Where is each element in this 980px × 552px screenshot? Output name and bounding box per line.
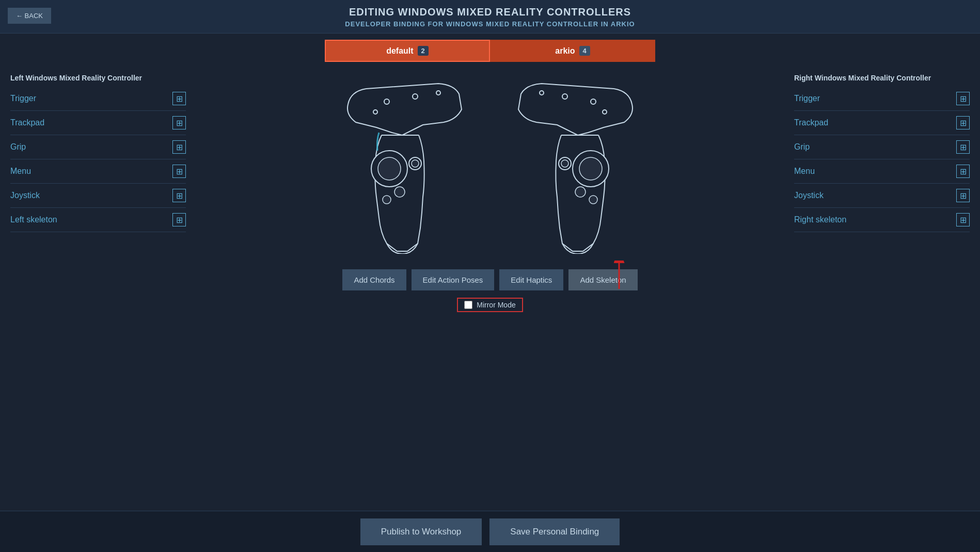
- tab-bar: default 2 arkio 4: [0, 34, 980, 68]
- right-panel-title: Right Windows Mixed Reality Controller: [794, 73, 970, 83]
- left-control-add-button[interactable]: ⊞: [172, 213, 186, 226]
- svg-point-7: [412, 160, 419, 167]
- svg-point-1: [413, 94, 418, 99]
- svg-point-17: [561, 160, 568, 167]
- right-control-label[interactable]: Trigger: [794, 94, 820, 103]
- right-control-row: Right skeleton⊞: [794, 208, 970, 232]
- left-control-label[interactable]: Trackpad: [10, 118, 44, 127]
- tab-arkio-badge: 4: [579, 46, 590, 56]
- edit-action-poses-button[interactable]: Edit Action Poses: [412, 269, 495, 290]
- right-control-row: Menu⊞: [794, 159, 970, 184]
- header: EDITING WINDOWS MIXED REALITY CONTROLLER…: [0, 0, 980, 34]
- left-control-row: Trigger⊞: [10, 87, 186, 111]
- mirror-mode-checkbox[interactable]: [464, 301, 472, 309]
- left-control-add-button[interactable]: ⊞: [172, 165, 186, 178]
- right-panel: Right Windows Mixed Reality Controller T…: [784, 68, 980, 496]
- left-control-label[interactable]: Trigger: [10, 94, 36, 103]
- right-control-row: Trackpad⊞: [794, 111, 970, 135]
- left-controls-list: Trigger⊞Trackpad⊞Grip⊞Menu⊞Joystick⊞Left…: [10, 87, 186, 232]
- left-control-row: Joystick⊞: [10, 184, 186, 208]
- svg-point-8: [394, 187, 405, 197]
- left-panel-title: Left Windows Mixed Reality Controller: [10, 73, 186, 83]
- left-controller-svg: [335, 78, 469, 254]
- right-control-label[interactable]: Joystick: [794, 191, 824, 200]
- svg-point-11: [562, 94, 567, 99]
- add-skeleton-button[interactable]: Add Skeleton: [568, 269, 637, 290]
- svg-point-12: [540, 91, 544, 95]
- svg-point-2: [436, 91, 440, 95]
- right-control-add-button[interactable]: ⊞: [956, 140, 970, 154]
- save-personal-binding-button[interactable]: Save Personal Binding: [489, 518, 620, 545]
- back-button[interactable]: ← BACK: [8, 8, 51, 24]
- page-subtitle: DEVELOPER BINDING FOR WINDOWS MIXED REAL…: [0, 20, 980, 28]
- tab-arkio[interactable]: arkio 4: [490, 40, 655, 62]
- left-control-label[interactable]: Menu: [10, 167, 31, 176]
- svg-point-3: [373, 110, 377, 114]
- left-control-row: Left skeleton⊞: [10, 208, 186, 232]
- right-control-label[interactable]: Right skeleton: [794, 215, 846, 224]
- tab-arkio-label: arkio: [555, 46, 575, 56]
- left-control-label[interactable]: Grip: [10, 142, 26, 152]
- svg-point-10: [591, 99, 596, 104]
- right-control-label[interactable]: Trackpad: [794, 118, 828, 127]
- right-control-add-button[interactable]: ⊞: [956, 189, 970, 202]
- controllers-row: [335, 78, 645, 254]
- tab-default-badge: 2: [418, 46, 429, 56]
- left-control-label[interactable]: Left skeleton: [10, 215, 57, 224]
- svg-point-9: [383, 196, 391, 204]
- edit-haptics-button[interactable]: Edit Haptics: [499, 269, 563, 290]
- svg-point-13: [603, 110, 607, 114]
- svg-point-19: [589, 196, 597, 204]
- left-control-add-button[interactable]: ⊞: [172, 116, 186, 129]
- left-control-add-button[interactable]: ⊞: [172, 189, 186, 202]
- left-control-label[interactable]: Joystick: [10, 191, 40, 200]
- main-content: Left Windows Mixed Reality Controller Tr…: [0, 68, 980, 496]
- mirror-mode-row: Mirror Mode: [457, 298, 523, 312]
- tab-default-label: default: [386, 46, 413, 56]
- right-control-row: Joystick⊞: [794, 184, 970, 208]
- add-chords-button[interactable]: Add Chords: [342, 269, 406, 290]
- mirror-mode-label: Mirror Mode: [477, 301, 515, 309]
- svg-point-15: [579, 157, 602, 180]
- left-control-row: Menu⊞: [10, 159, 186, 184]
- right-control-label[interactable]: Menu: [794, 167, 815, 176]
- bottom-bar: Publish to Workshop Save Personal Bindin…: [0, 511, 980, 552]
- tab-default[interactable]: default 2: [325, 40, 490, 62]
- right-control-label[interactable]: Grip: [794, 142, 810, 152]
- right-control-add-button[interactable]: ⊞: [956, 165, 970, 178]
- right-control-row: Trigger⊞: [794, 87, 970, 111]
- left-control-add-button[interactable]: ⊞: [172, 140, 186, 154]
- right-control-add-button[interactable]: ⊞: [956, 116, 970, 129]
- svg-point-0: [384, 99, 389, 104]
- svg-point-5: [378, 157, 401, 180]
- left-control-row: Trackpad⊞: [10, 111, 186, 135]
- page-title: EDITING WINDOWS MIXED REALITY CONTROLLER…: [0, 6, 980, 18]
- right-controller-svg: [511, 78, 645, 254]
- left-control-add-button[interactable]: ⊞: [172, 92, 186, 105]
- center-panel: Add Chords Edit Action Poses Edit Haptic…: [196, 68, 784, 496]
- action-buttons: Add Chords Edit Action Poses Edit Haptic…: [342, 269, 637, 290]
- right-control-add-button[interactable]: ⊞: [956, 92, 970, 105]
- right-control-row: Grip⊞: [794, 135, 970, 159]
- right-controls-list: Trigger⊞Trackpad⊞Grip⊞Menu⊞Joystick⊞Righ…: [794, 87, 970, 232]
- left-control-row: Grip⊞: [10, 135, 186, 159]
- publish-workshop-button[interactable]: Publish to Workshop: [360, 518, 482, 545]
- svg-point-18: [575, 187, 586, 197]
- right-control-add-button[interactable]: ⊞: [956, 213, 970, 226]
- left-panel: Left Windows Mixed Reality Controller Tr…: [0, 68, 196, 496]
